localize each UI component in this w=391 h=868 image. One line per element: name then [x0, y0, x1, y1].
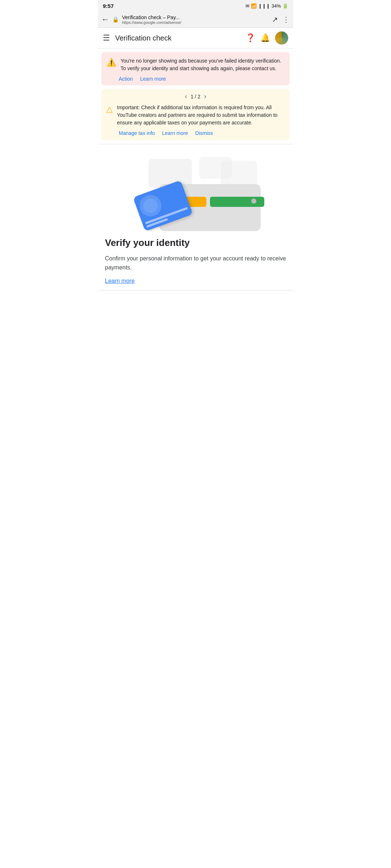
browser-bar: ← 🔒 Verification check – Pay... https://…: [98, 12, 293, 28]
status-time: 9:57: [103, 3, 114, 9]
dismiss-link[interactable]: Dismiss: [195, 130, 213, 136]
alert-yellow-banner: ‹ 1 / 2 › △ Important: Check if addition…: [101, 89, 290, 140]
wifi-icon: 📶: [251, 3, 257, 9]
alert-red-links: Action Learn more: [106, 76, 285, 82]
manage-tax-link[interactable]: Manage tax info: [119, 130, 155, 136]
illustration-area: [98, 144, 293, 231]
status-icons: ✉ 📶 ❙❙❙ 34% 🔋: [245, 3, 288, 9]
back-button[interactable]: ←: [101, 15, 109, 24]
battery-level: 34%: [272, 3, 281, 9]
next-arrow-icon[interactable]: ›: [204, 93, 206, 100]
more-menu-icon[interactable]: ⋮: [282, 15, 290, 24]
avatar[interactable]: [275, 31, 288, 44]
signal-icon: ❙❙❙: [258, 3, 270, 9]
battery-icon: 🔋: [282, 3, 288, 9]
alert-yellow-body: △ Important: Check if additional tax inf…: [106, 104, 285, 127]
app-bar: ☰ Verification check ❓ 🔔: [98, 28, 293, 48]
warning-triangle-icon: △: [106, 105, 113, 114]
bottom-hint: [98, 290, 293, 301]
section-title: Verify your identity: [105, 237, 286, 249]
menu-icon[interactable]: ☰: [103, 33, 110, 43]
email-icon: ✉: [245, 3, 249, 9]
alert-red-learn-more-link[interactable]: Learn more: [140, 76, 166, 82]
alert-yellow-text: Important: Check if additional tax infor…: [117, 104, 285, 127]
app-bar-icons: ❓ 🔔: [245, 31, 288, 44]
help-icon[interactable]: ❓: [245, 33, 255, 43]
alert-red-banner: ⚠️ You're no longer showing ads because …: [101, 52, 290, 85]
wallet-dot: [251, 199, 256, 204]
alert-yellow-nav: ‹ 1 / 2 ›: [106, 93, 285, 100]
page-title: Verification check: [115, 34, 240, 42]
status-bar: 9:57 ✉ 📶 ❙❙❙ 34% 🔋: [98, 0, 293, 12]
nav-count: 1 / 2: [190, 94, 200, 99]
avatar-image: [275, 31, 288, 44]
main-content: ⚠️ You're no longer showing ads because …: [98, 52, 293, 301]
error-icon: ⚠️: [106, 58, 116, 67]
alert-red-text: You're no longer showing ads because you…: [121, 57, 285, 72]
alert-yellow-links: Manage tax info Learn more Dismiss: [106, 130, 285, 136]
alert-red-row: ⚠️ You're no longer showing ads because …: [106, 57, 285, 72]
share-icon[interactable]: ↗: [272, 15, 278, 24]
notification-icon[interactable]: 🔔: [260, 33, 270, 43]
browser-actions: ↗ ⋮: [272, 15, 290, 24]
main-learn-more-link[interactable]: Learn more: [105, 278, 135, 284]
alert-yellow-learn-more-link[interactable]: Learn more: [162, 130, 188, 136]
url-block: Verification check – Pay... https://www.…: [122, 14, 269, 25]
wallet-illustration: [127, 155, 264, 231]
prev-arrow-icon[interactable]: ‹: [185, 93, 187, 100]
action-link[interactable]: Action: [119, 76, 133, 82]
browser-url: https://www.google.com/adsense/: [122, 20, 269, 25]
lock-icon: 🔒: [112, 16, 119, 23]
bg-card-1: [148, 159, 192, 188]
text-section: Verify your identity Confirm your person…: [98, 231, 293, 290]
section-body: Confirm your personal information to get…: [105, 254, 286, 272]
bg-card-3: [221, 161, 257, 186]
browser-title: Verification check – Pay...: [122, 14, 269, 20]
